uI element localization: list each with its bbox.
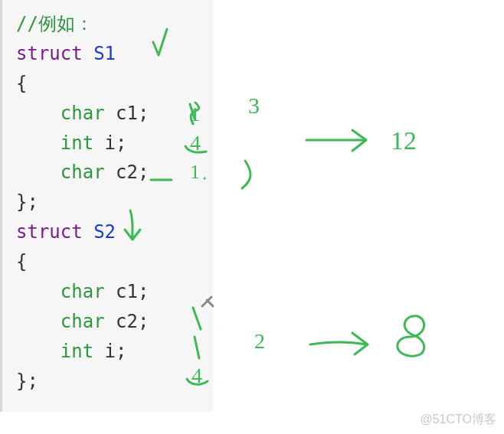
s1-c1-pad-text: 3 bbox=[248, 93, 260, 118]
code-line-close2: }; bbox=[16, 367, 213, 396]
variable: c1; bbox=[116, 281, 149, 302]
type: int bbox=[61, 341, 93, 362]
code-line-s2f1: char c1; bbox=[16, 277, 213, 307]
brace-close: }; bbox=[16, 370, 38, 392]
s2-total-8 bbox=[398, 316, 424, 357]
code-line-struct2: struct S2 bbox=[16, 217, 213, 247]
s2-group-text: 2 bbox=[254, 329, 265, 353]
type: char bbox=[61, 281, 105, 302]
struct-name: S1 bbox=[93, 43, 116, 64]
type: int bbox=[61, 132, 93, 154]
comment: //例如： bbox=[16, 13, 93, 34]
type: char bbox=[61, 162, 105, 183]
keyword: struct bbox=[16, 43, 83, 64]
variable: c2; bbox=[116, 162, 149, 183]
brace-open: { bbox=[16, 73, 27, 94]
s1-total-text: 12 bbox=[391, 126, 417, 155]
variable: c2; bbox=[116, 311, 149, 332]
variable: i; bbox=[105, 132, 127, 154]
code-line-open1: { bbox=[16, 69, 213, 99]
code-line-struct1: struct S1 bbox=[16, 39, 213, 69]
keyword: struct bbox=[16, 221, 83, 243]
code-line-close1: }; bbox=[16, 188, 213, 217]
type: char bbox=[61, 103, 105, 124]
code-line-open2: { bbox=[16, 247, 213, 277]
variable: i; bbox=[105, 341, 127, 362]
brace-open: { bbox=[16, 251, 27, 272]
code-line-s2f3: int i; bbox=[16, 337, 213, 367]
variable: c1; bbox=[116, 103, 149, 124]
s2-arrow bbox=[310, 333, 368, 354]
type: char bbox=[61, 311, 105, 332]
s1-c2-pad-bracket bbox=[242, 161, 250, 188]
code-line-s1f2: int i; bbox=[16, 129, 213, 158]
code-line-s1f3: char c2; bbox=[16, 158, 213, 188]
code-line-s1f1: char c1; bbox=[16, 99, 213, 129]
brace-close: }; bbox=[16, 191, 38, 213]
code-block: //例如： struct S1 { char c1; int i; char c… bbox=[0, 0, 213, 412]
code-line-s2f2: char c2; bbox=[16, 307, 213, 337]
watermark: @51CTO博客 bbox=[420, 412, 496, 428]
struct-name: S2 bbox=[93, 221, 116, 243]
code-line-comment: //例如： bbox=[16, 9, 213, 39]
s1-arrow bbox=[306, 130, 366, 151]
